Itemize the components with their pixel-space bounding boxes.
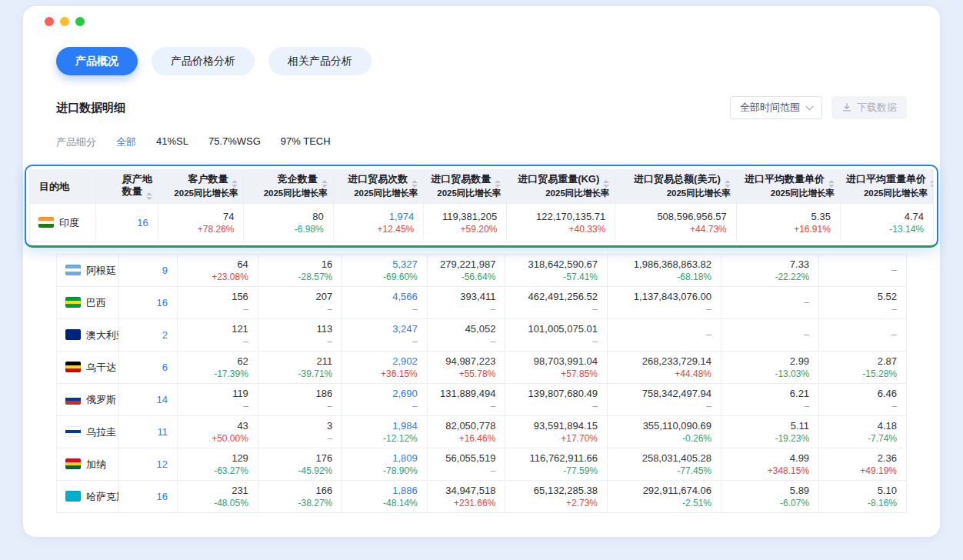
- growth-value: +59.20%: [433, 224, 497, 236]
- growth-value: -56.64%: [437, 272, 496, 284]
- column-header-3[interactable]: 客户数量2025同比增长率: [158, 170, 244, 204]
- cell-value: 6.46: [828, 387, 897, 402]
- cell-value: 121: [187, 322, 248, 337]
- growth-value: +2.73%: [515, 498, 598, 510]
- column-label: 竞企数量: [278, 173, 318, 185]
- trade-count-link[interactable]: 1,984: [352, 419, 417, 434]
- trade-count-link[interactable]: 1,886: [352, 484, 417, 498]
- page-title: 进口数据明细: [56, 101, 125, 115]
- growth-value: –: [515, 304, 598, 316]
- cell-value: 45,052: [437, 322, 496, 337]
- origin-count-link[interactable]: 16: [156, 297, 167, 308]
- origin-count-link[interactable]: 6: [162, 362, 168, 373]
- cell-value: 231: [187, 484, 248, 498]
- origin-count-link[interactable]: 16: [156, 491, 167, 502]
- growth-value: +55.78%: [437, 368, 496, 381]
- tab-2[interactable]: 产品价格分析: [152, 47, 255, 75]
- trade-count-link[interactable]: 2,902: [352, 355, 417, 369]
- sort-icon[interactable]: [146, 192, 152, 200]
- tab-3[interactable]: 相关产品分析: [268, 47, 372, 75]
- sort-icon[interactable]: [232, 180, 238, 188]
- cell-value: –: [731, 328, 809, 342]
- trade-count-link[interactable]: 5,327: [352, 258, 417, 272]
- origin-count-link[interactable]: 12: [156, 458, 167, 470]
- trade-count-link[interactable]: 3,247: [352, 322, 417, 337]
- download-data-button[interactable]: 下载数据: [831, 96, 907, 119]
- maximize-window-button[interactable]: [75, 17, 85, 26]
- sort-icon[interactable]: [930, 180, 934, 188]
- sort-icon[interactable]: [495, 180, 501, 188]
- growth-value: –: [437, 304, 496, 316]
- origin-count-link[interactable]: 9: [162, 265, 168, 276]
- trade-count-link[interactable]: 1,974: [343, 210, 414, 225]
- cell-value: 2.99: [731, 355, 809, 369]
- country-name: 巴西: [86, 297, 106, 308]
- column-label: 客户数量: [188, 173, 228, 185]
- growth-value: +36.15%: [352, 368, 417, 381]
- growth-value: -28.57%: [268, 272, 332, 284]
- column-header-10[interactable]: 进口平均重量单价2025同比增长率: [840, 170, 933, 204]
- column-label: 进口平均数量单价: [745, 173, 825, 185]
- column-header-5[interactable]: 进口贸易次数2025同比增长率: [333, 170, 423, 204]
- trade-count-link[interactable]: 1,809: [352, 452, 417, 466]
- column-header-7[interactable]: 进口贸易重量(KG)2025同比增长率: [507, 170, 615, 204]
- origin-count-link[interactable]: 2: [162, 329, 168, 341]
- cell-value: 5.52: [828, 290, 897, 305]
- cell-value: 268,233,729.14: [617, 355, 711, 369]
- cell-value: 94,987,223: [437, 355, 496, 369]
- close-window-button[interactable]: [45, 17, 54, 26]
- origin-count-link[interactable]: 14: [156, 394, 167, 405]
- time-range-select[interactable]: 全部时间范围: [730, 96, 822, 119]
- cell-value: 64: [187, 258, 248, 272]
- sort-icon[interactable]: [603, 180, 609, 188]
- column-header-4[interactable]: 竞企数量2025同比增长率: [244, 170, 333, 204]
- column-header-2[interactable]: 原产地数量: [95, 170, 158, 204]
- cell-value: 82,050,778: [437, 419, 496, 434]
- table-row: 巴西16156–207–4,566–393,411–462,491,256.52…: [57, 287, 907, 319]
- column-header-6[interactable]: 进口贸易数量2025同比增长率: [424, 170, 507, 204]
- cell-value: 211: [268, 355, 332, 369]
- origin-count-link[interactable]: 16: [137, 217, 148, 228]
- growth-value: -6.07%: [731, 498, 809, 510]
- column-sublabel: 2025同比增长率: [339, 188, 418, 200]
- tab-1[interactable]: 产品概况: [56, 47, 138, 75]
- segment-option-2[interactable]: 41%SL: [156, 135, 188, 149]
- growth-value: -63.27%: [187, 465, 248, 478]
- segment-option-3[interactable]: 75.7%WSG: [208, 135, 261, 149]
- destination-cell: 乌干达: [57, 352, 119, 384]
- growth-value: +44.48%: [617, 368, 711, 381]
- segment-option-4[interactable]: 97% TECH: [281, 135, 331, 149]
- growth-value: +12.45%: [343, 224, 414, 236]
- growth-value: -17.39%: [187, 368, 248, 381]
- growth-value: -7.74%: [828, 433, 897, 445]
- growth-value: +50.00%: [187, 433, 248, 445]
- cell-value: –: [828, 328, 897, 342]
- sort-icon[interactable]: [828, 180, 835, 188]
- cell-value: 4.99: [731, 452, 809, 466]
- column-header-9[interactable]: 进口平均数量单价2025同比增长率: [736, 170, 840, 204]
- minimize-window-button[interactable]: [60, 17, 69, 26]
- trade-count-link[interactable]: 4,566: [352, 290, 417, 305]
- growth-value: +44.73%: [625, 224, 726, 236]
- cell-value: 258,031,405.28: [617, 452, 711, 466]
- growth-value: –: [828, 304, 897, 316]
- growth-value: -0.26%: [617, 433, 711, 445]
- origin-count-link[interactable]: 11: [157, 426, 168, 438]
- country-flag-icon: [65, 265, 81, 275]
- cell-value: 292,911,674.06: [617, 484, 711, 498]
- cell-value: 34,947,518: [437, 484, 496, 498]
- sort-icon[interactable]: [322, 180, 328, 188]
- section-header: 进口数据明细 全部时间范围 下载数据: [23, 75, 940, 119]
- column-header-8[interactable]: 进口贸易总额(美元)2025同比增长率: [615, 170, 736, 204]
- cell-value: 4.18: [828, 419, 897, 434]
- growth-value: -39.71%: [268, 368, 332, 381]
- cell-value: 5.35: [746, 210, 831, 225]
- country-name: 哈萨克斯坦: [86, 491, 118, 502]
- segment-option-1[interactable]: 全部: [116, 135, 136, 149]
- cell-value: 131,889,494: [437, 387, 496, 402]
- column-label: 进口贸易总额(美元): [634, 173, 721, 185]
- sort-icon[interactable]: [412, 180, 418, 188]
- trade-count-link[interactable]: 2,690: [352, 387, 417, 402]
- sort-icon[interactable]: [725, 180, 731, 188]
- cell-value: 129: [187, 452, 248, 466]
